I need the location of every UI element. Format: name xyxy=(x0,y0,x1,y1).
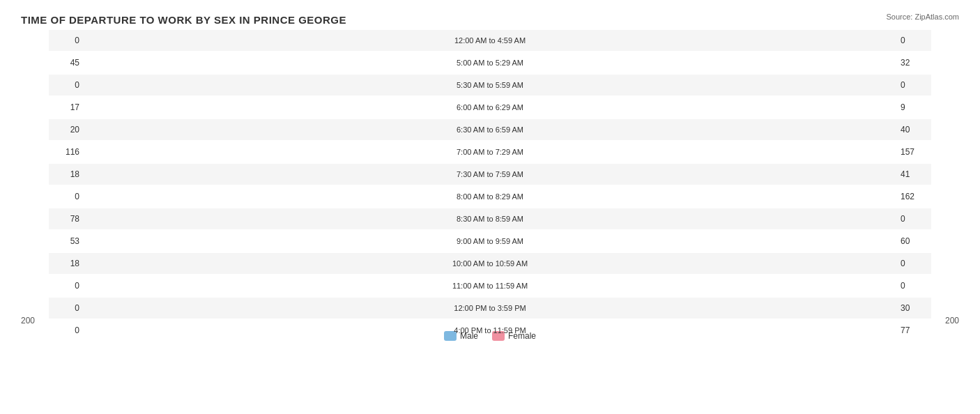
male-bar-container xyxy=(433,100,490,115)
legend-female-icon xyxy=(492,331,505,341)
female-bar-container xyxy=(490,278,547,293)
female-value: 9 xyxy=(896,102,931,112)
female-bar-container xyxy=(490,100,547,115)
bars-center: 12:00 PM to 3:59 PM xyxy=(84,298,896,319)
bars-center: 5:00 AM to 5:29 AM xyxy=(84,52,896,73)
male-value: 0 xyxy=(49,192,84,201)
female-value: 0 xyxy=(896,281,931,291)
female-value: 77 xyxy=(896,325,931,335)
table-row: 539:00 AM to 9:59 AM60 xyxy=(49,231,931,252)
male-value: 45 xyxy=(49,58,84,68)
female-value: 0 xyxy=(896,80,931,90)
female-bar-container xyxy=(490,122,547,137)
male-bar-container xyxy=(433,55,490,70)
table-row: 176:00 AM to 6:29 AM9 xyxy=(49,97,931,118)
table-row: 012:00 AM to 4:59 AM0 xyxy=(49,30,931,51)
bars-center: 7:30 AM to 7:59 AM xyxy=(84,164,896,185)
table-row: 187:30 AM to 7:59 AM41 xyxy=(49,164,931,185)
male-bar-container xyxy=(433,77,490,93)
male-value: 18 xyxy=(49,259,84,268)
table-row: 206:30 AM to 6:59 AM40 xyxy=(49,119,931,140)
table-row: 011:00 AM to 11:59 AM0 xyxy=(49,275,931,296)
female-value: 30 xyxy=(896,303,931,313)
bars-center: 8:30 AM to 8:59 AM xyxy=(84,208,896,229)
male-value: 17 xyxy=(49,102,84,112)
legend-male-label: Male xyxy=(460,331,478,341)
male-bar-container xyxy=(433,189,490,204)
bars-center: 9:00 AM to 9:59 AM xyxy=(84,231,896,252)
female-value: 157 xyxy=(896,147,931,157)
male-value: 18 xyxy=(49,169,84,179)
male-value: 53 xyxy=(49,236,84,246)
male-bar-container xyxy=(433,144,490,160)
female-bar-container xyxy=(490,77,547,93)
female-value: 0 xyxy=(896,214,931,224)
female-bar-container xyxy=(490,189,547,204)
chart-container: TIME OF DEPARTURE TO WORK BY SEX IN PRIN… xyxy=(0,0,980,414)
female-value: 40 xyxy=(896,125,931,135)
female-value: 60 xyxy=(896,236,931,246)
male-value: 78 xyxy=(49,214,84,224)
female-value: 32 xyxy=(896,58,931,68)
table-row: 1167:00 AM to 7:29 AM157 xyxy=(49,141,931,162)
bars-center: 6:00 AM to 6:29 AM xyxy=(84,97,896,118)
axis-label-right: 200 xyxy=(945,316,959,325)
bars-center: 10:00 AM to 10:59 AM xyxy=(84,253,896,274)
legend-male: Male xyxy=(444,331,478,341)
female-value: 41 xyxy=(896,169,931,179)
female-bar-container xyxy=(490,144,547,160)
male-bar-container xyxy=(433,211,490,227)
female-value: 0 xyxy=(896,36,931,45)
female-bar-container xyxy=(490,55,547,70)
female-bar-container xyxy=(490,300,547,316)
female-bar-container xyxy=(490,211,547,227)
table-row: 08:00 AM to 8:29 AM162 xyxy=(49,186,931,207)
male-value: 116 xyxy=(49,147,84,157)
rows-wrapper: 012:00 AM to 4:59 AM0455:00 AM to 5:29 A… xyxy=(49,30,931,312)
table-row: 455:00 AM to 5:29 AM32 xyxy=(49,52,931,73)
male-bar-container xyxy=(433,300,490,316)
male-bar-container xyxy=(433,122,490,137)
legend-male-icon xyxy=(444,331,457,341)
female-bar-container xyxy=(490,167,547,182)
table-row: 05:30 AM to 5:59 AM0 xyxy=(49,75,931,95)
bars-center: 7:00 AM to 7:29 AM xyxy=(84,141,896,162)
source-text: Source: ZipAtlas.com xyxy=(886,13,959,21)
male-value: 0 xyxy=(49,303,84,313)
male-value: 0 xyxy=(49,36,84,45)
table-row: 1810:00 AM to 10:59 AM0 xyxy=(49,253,931,274)
table-row: 012:00 PM to 3:59 PM30 xyxy=(49,298,931,319)
chart-title: TIME OF DEPARTURE TO WORK BY SEX IN PRIN… xyxy=(21,14,959,26)
male-bar-container xyxy=(433,256,490,271)
legend-female-label: Female xyxy=(508,331,536,341)
female-bar-container xyxy=(490,233,547,249)
bars-center: 6:30 AM to 6:59 AM xyxy=(84,119,896,140)
female-value: 162 xyxy=(896,192,931,201)
male-value: 0 xyxy=(49,80,84,90)
bars-center: 5:30 AM to 5:59 AM xyxy=(84,75,896,95)
legend: Male Female xyxy=(444,331,536,341)
male-value: 0 xyxy=(49,281,84,291)
female-value: 0 xyxy=(896,259,931,268)
chart-area: 012:00 AM to 4:59 AM0455:00 AM to 5:29 A… xyxy=(21,30,959,346)
male-bar-container xyxy=(433,167,490,182)
male-value: 20 xyxy=(49,125,84,135)
female-bar-container xyxy=(490,256,547,271)
female-bar-container xyxy=(490,33,547,48)
axis-label-left: 200 xyxy=(21,316,35,325)
male-bar-container xyxy=(433,278,490,293)
bars-center: 12:00 AM to 4:59 AM xyxy=(84,30,896,51)
male-value: 0 xyxy=(49,325,84,335)
bars-center: 11:00 AM to 11:59 AM xyxy=(84,275,896,296)
male-bar-container xyxy=(433,233,490,249)
male-bar-container xyxy=(433,33,490,48)
bars-center: 8:00 AM to 8:29 AM xyxy=(84,186,896,207)
table-row: 788:30 AM to 8:59 AM0 xyxy=(49,208,931,229)
legend-female: Female xyxy=(492,331,536,341)
